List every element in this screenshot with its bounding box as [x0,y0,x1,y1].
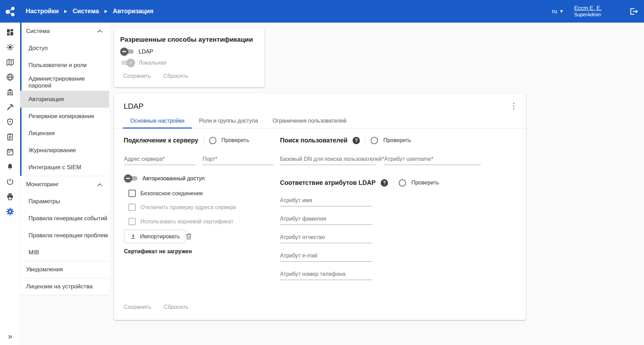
local-auth-toggle-label: Локальная [139,60,166,66]
help-icon[interactable]: ? [381,179,388,187]
attributes-check-radio[interactable] [399,179,406,187]
tab-roles-access-groups[interactable]: Роли и группы доступа [192,113,265,128]
sidebar-item-label: Администрирование паролей [28,75,109,89]
base-dn-field[interactable]: Базовый DN для поиска пользователей* [280,153,376,165]
connection-check-radio[interactable] [209,137,216,144]
tools-icon[interactable] [2,99,18,114]
root-certificate-row: Использовать корневой сертификат [129,217,233,225]
import-certificate-button[interactable]: Импортировать [124,230,186,243]
dashboard-icon[interactable] [2,25,18,40]
expand-sidebar-button[interactable]: » [0,330,20,343]
save-button[interactable]: Сохранить [123,73,151,79]
sidebar-item-mib[interactable]: MIB [20,244,109,261]
sidebar-item-label: Правила генерации проблем [28,232,108,239]
sidebar-group-monitoring-header[interactable]: Мониторинг [20,176,109,193]
sidebar-item-siem-integration[interactable]: Интеграция с SIEM [20,159,109,176]
ldap-card-actions: Сохранить Сбросить [124,304,189,310]
notifications-icon[interactable] [2,159,18,174]
reset-button[interactable]: Сбросить [164,304,189,310]
sidebar-item-journaling[interactable]: Журналирование [20,142,109,159]
sidebar-item-label: Лицензия [28,130,55,137]
printer-icon[interactable] [2,189,18,204]
app-logo[interactable] [0,6,20,17]
map-icon[interactable] [2,55,18,69]
middle-name-attribute-field[interactable]: Атрибут отчество [280,231,372,243]
ldap-tabs: Основные настройки Роли и группы доступа… [114,113,526,129]
email-attribute-label: Атрибут e-mail [280,253,317,259]
sidebar-group-system: Система Доступ Пользователи и роли Админ… [20,23,109,176]
breadcrumb-system[interactable]: Система [73,8,99,15]
sidebar-item-label: Параметры [28,198,60,205]
skip-server-check-label: Отключить проверку адреса сервера [140,204,236,211]
delete-certificate-button[interactable] [185,232,193,240]
sidebar-group-monitoring: Мониторинг Параметры Правила генерации с… [20,176,109,261]
user-search-title: Поиск пользователей [280,137,347,144]
ldap-card-title: LDAP [124,102,143,111]
divider [365,135,365,146]
more-options-button[interactable]: ⋮ [509,101,519,111]
security-icon[interactable] [2,114,18,129]
sidebar-item-problem-generation-rules[interactable]: Правила генерации проблем [20,227,109,244]
save-button[interactable]: Сохранить [124,304,151,310]
logout-button[interactable] [629,7,638,16]
clipboard-icon[interactable] [2,129,18,144]
email-attribute-field[interactable]: Атрибут e-mail [280,249,372,262]
language-selector[interactable]: ru ▼ [552,8,564,15]
breadcrumb: Настройки Система Авторизация [26,8,154,15]
reset-button[interactable]: Сбросить [164,73,188,79]
last-name-attribute-field[interactable]: Атрибут фамилия [280,212,372,225]
topbar: Настройки Система Авторизация ru ▼ Eccm … [0,0,644,23]
power-icon[interactable] [2,174,18,189]
globe-icon[interactable] [2,69,18,84]
chevron-up-icon [97,183,102,186]
sidebar-item-license[interactable]: Лицензия [20,125,109,142]
sidebar-item-authorization[interactable]: Авторизация [20,91,109,108]
first-name-attribute-field[interactable]: Атрибут имя [280,194,372,206]
last-name-attribute-label: Атрибут фамилия [280,216,326,222]
user-search-section-header: Поиск пользователей ? Проверить [280,134,411,146]
sidebar-item-backup[interactable]: Резервное копирование [20,108,109,125]
first-name-attribute-label: Атрибут имя [280,197,312,204]
sidebar-item-event-generation-rules[interactable]: Правила генерации событий [20,210,109,227]
server-address-field[interactable]: Адрес сервера* [124,153,195,165]
user-role: SuperAdmin [574,12,602,18]
settings-icon[interactable] [2,204,18,219]
sidebar-group-system-header[interactable]: Система [20,23,109,40]
sidebar-item-access[interactable]: Доступ [20,40,109,57]
sidebar: Система Доступ Пользователи и роли Админ… [20,23,109,295]
skip-server-check-row: Отключить проверку адреса сервера [129,203,236,211]
events-icon[interactable] [2,40,18,55]
user-search-check-radio[interactable] [371,137,378,144]
auth-methods-actions: Сохранить Сбросить [123,73,188,79]
middle-name-attribute-label: Атрибут отчество [280,234,325,240]
user-menu[interactable]: Eccm E. E. SuperAdmin [574,5,602,18]
port-field[interactable]: Порт* [203,153,274,165]
sidebar-item-users-roles[interactable]: Пользователи и роли [20,57,109,74]
calendar-icon[interactable] [2,144,18,159]
tab-main-settings[interactable]: Основные настройки [123,113,192,128]
username-attribute-field[interactable]: Атрибут username* [384,153,481,165]
local-auth-toggle[interactable]: ✓ [120,58,135,67]
main-content: Разрешенные способы аутентификации LDAP … [109,23,644,345]
root-certificate-checkbox[interactable] [129,218,136,225]
user-name: Eccm E. E. [574,5,602,12]
sidebar-item-notifications[interactable]: Уведомления [20,261,109,278]
breadcrumb-settings[interactable]: Настройки [26,8,59,15]
tab-user-restrictions[interactable]: Ограничения пользователей [265,113,354,128]
secure-connection-checkbox[interactable] [129,190,136,197]
trash-icon [185,232,193,240]
sidebar-item-parameters[interactable]: Параметры [20,193,109,210]
phone-attribute-field[interactable]: Атрибут номер телефона [280,268,372,280]
icon-rail: » [0,23,20,345]
attributes-section-header: Соответствие атрибутов LDAP ? Проверить [280,177,439,189]
organization-icon[interactable] [2,84,18,99]
help-icon[interactable]: ? [353,137,360,144]
breadcrumb-authorization[interactable]: Авторизация [113,8,154,15]
skip-server-check-checkbox[interactable] [129,204,136,211]
authorized-access-toggle[interactable] [124,174,139,183]
sidebar-item-label: Авторизация [28,96,64,103]
ldap-toggle[interactable] [120,47,135,56]
sidebar-item-device-licenses[interactable]: Лицензии на устройства [20,278,109,295]
sidebar-item-password-administration[interactable]: Администрирование паролей [20,74,109,91]
breadcrumb-arrow-icon [64,10,67,13]
